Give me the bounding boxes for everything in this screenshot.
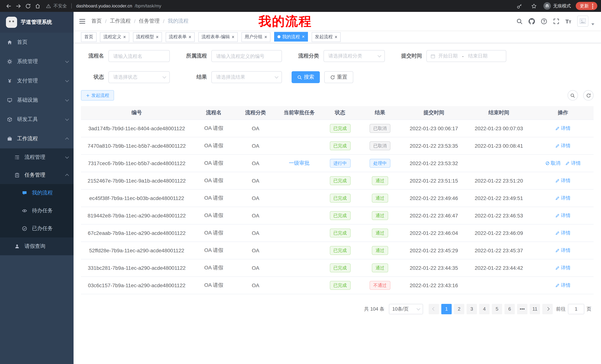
breadcrumb-task-management[interactable]: 任务管理: [139, 18, 160, 25]
sidebar-item-system[interactable]: 系统管理: [0, 52, 74, 71]
hamburger-icon[interactable]: [74, 12, 91, 30]
tab-home[interactable]: 首页: [81, 32, 97, 42]
browser-menu-icon[interactable]: [592, 5, 593, 7]
create-process-button[interactable]: 发起流程: [81, 90, 114, 101]
detail-link[interactable]: 详情: [555, 230, 571, 236]
close-icon[interactable]: ×: [264, 35, 267, 39]
page-button-2[interactable]: 2: [454, 304, 464, 314]
cell-current-task: [276, 137, 322, 154]
update-button[interactable]: 更新: [576, 2, 597, 10]
sidebar-item-done-tasks[interactable]: 已办任务: [0, 220, 74, 238]
sidebar-item-label: 首页: [17, 39, 28, 46]
filter-label-process-name: 流程名: [81, 53, 109, 59]
tab-process-definition[interactable]: 流程定义×: [100, 32, 129, 42]
sidebar-item-process-management[interactable]: 流程管理: [0, 148, 74, 166]
tab-process-model[interactable]: 流程模型×: [133, 32, 162, 42]
browser-home-icon[interactable]: [33, 1, 42, 11]
tab-user-group[interactable]: 用户分组×: [241, 32, 270, 42]
font-size-icon[interactable]: TT: [565, 18, 571, 24]
select-placeholder: 请选择状态: [113, 74, 137, 80]
sidebar-item-todo-tasks[interactable]: 待办任务: [0, 202, 74, 220]
cancel-link[interactable]: 取消: [545, 160, 560, 166]
submit-time-range-picker[interactable]: 开始日期 - 结束日期: [426, 50, 506, 62]
avatar[interactable]: [577, 16, 588, 27]
breadcrumb-home[interactable]: 首页: [91, 18, 102, 25]
github-icon[interactable]: [529, 18, 535, 24]
more-pages-button[interactable]: •••: [517, 304, 527, 314]
page-button-1[interactable]: 1: [441, 304, 452, 314]
detail-link[interactable]: 详情: [555, 195, 571, 201]
cell-submit-time: 2022-01-22 23:53:32: [402, 154, 465, 172]
close-icon[interactable]: ×: [156, 35, 159, 39]
close-icon[interactable]: ×: [232, 35, 234, 39]
sidebar-item-task-management[interactable]: 任务管理: [0, 166, 74, 184]
close-icon[interactable]: ×: [334, 35, 337, 39]
cell-current-task: [276, 241, 322, 259]
filter-row-2: 状态 请选择状态 结果 请选择流结果: [81, 71, 594, 83]
detail-link[interactable]: 详情: [555, 142, 571, 149]
detail-link[interactable]: 详情: [566, 160, 581, 166]
refresh-table-button[interactable]: [583, 90, 594, 101]
sidebar-item-workflow[interactable]: 工作流程: [0, 129, 74, 148]
table-row: 819442e8-7b9a-11ec-a290-acde48001122 OA …: [81, 207, 594, 224]
page-size-select[interactable]: 10条/页: [389, 304, 423, 314]
detail-link[interactable]: 详情: [555, 247, 571, 254]
key-icon[interactable]: [514, 1, 524, 11]
result-select[interactable]: 请选择流结果: [211, 71, 282, 83]
status-select[interactable]: 请选择状态: [109, 71, 170, 83]
tab-my-process[interactable]: 我的流程×: [274, 32, 308, 42]
sidebar-item-dev-tools[interactable]: 研发工具: [0, 110, 74, 129]
tab-initiate-process[interactable]: 发起流程×: [311, 32, 341, 42]
detail-link[interactable]: 详情: [555, 177, 571, 184]
cell-end-time: 2022-01-22 23:51:20: [465, 172, 532, 189]
cell-current-task: [276, 119, 322, 137]
detail-link[interactable]: 详情: [555, 125, 571, 132]
sidebar-item-leave-query[interactable]: 请假查询: [0, 238, 74, 255]
close-icon[interactable]: ×: [302, 35, 305, 39]
tab-process-form-edit[interactable]: 流程表单-编辑×: [198, 32, 238, 42]
page-jump-input[interactable]: [568, 304, 584, 314]
tab-process-form[interactable]: 流程表单×: [165, 32, 195, 42]
browser-reload-icon[interactable]: [23, 1, 33, 11]
page-button-5[interactable]: 5: [492, 304, 502, 314]
page-button-11[interactable]: 11: [530, 304, 540, 314]
breadcrumb-workflow[interactable]: 工作流程: [110, 18, 131, 25]
tab-label: 发起流程: [315, 34, 333, 40]
caret-down-icon: [591, 23, 594, 25]
browser-back-icon[interactable]: [4, 1, 13, 11]
toggle-search-button[interactable]: [567, 90, 578, 101]
search-icon[interactable]: [516, 18, 523, 24]
page-button-6[interactable]: 6: [504, 304, 515, 314]
sidebar-item-home[interactable]: 首页: [0, 33, 74, 52]
browser-forward-icon[interactable]: [13, 1, 23, 11]
process-def-input[interactable]: [211, 50, 282, 62]
current-task-link[interactable]: 一级审批: [289, 160, 310, 166]
detail-link[interactable]: 详情: [555, 212, 571, 219]
detail-link[interactable]: 详情: [555, 282, 571, 288]
sidebar-item-payment[interactable]: ¥ 支付管理: [0, 71, 74, 91]
close-icon[interactable]: ×: [123, 35, 126, 39]
create-button-label: 发起流程: [91, 92, 109, 98]
process-table: 编号 流程名 流程分类 当前审批任务 状态 结果 提交时间 结束时间 操作: [81, 106, 594, 294]
fullscreen-icon[interactable]: [553, 18, 559, 24]
detail-link[interactable]: 详情: [555, 264, 571, 271]
bookmark-star-icon[interactable]: [529, 1, 539, 11]
page-button-3[interactable]: 3: [467, 304, 477, 314]
sidebar-item-my-process[interactable]: 我的流程: [0, 184, 74, 202]
incognito-badge: 无痕模式: [543, 2, 571, 10]
search-button[interactable]: 搜索: [291, 71, 320, 83]
close-icon[interactable]: ×: [189, 35, 191, 39]
logo-image: [6, 17, 17, 28]
address-bar[interactable]: 不安全 dashboard.yudao.iocoder.cn/bpm/task/…: [46, 3, 161, 9]
help-icon[interactable]: [541, 18, 547, 24]
category-select[interactable]: 请选择流程分类: [323, 50, 385, 62]
image-placeholder-icon: [580, 18, 586, 25]
reset-button[interactable]: 重置: [324, 71, 353, 83]
next-page-button[interactable]: [542, 304, 553, 314]
page-button-4[interactable]: 4: [479, 304, 490, 314]
prev-page-button[interactable]: [429, 304, 439, 314]
sidebar-item-infrastructure[interactable]: 基础设施: [0, 91, 74, 110]
column-header-actions: 操作: [532, 106, 594, 119]
process-name-input[interactable]: [109, 50, 170, 62]
chevron-up-icon: [66, 137, 68, 141]
